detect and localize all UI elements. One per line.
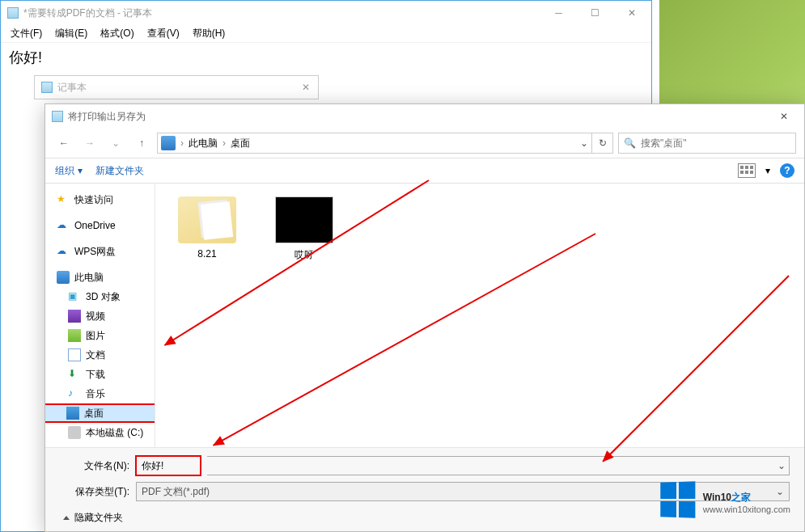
notepad-icon (41, 82, 53, 93)
minimize-button[interactable]: ─ (540, 2, 577, 25)
tree-music[interactable]: ♪音乐 (45, 384, 155, 403)
chevron-down-icon[interactable]: ▾ (765, 165, 770, 176)
filename-input[interactable]: 你好! (136, 456, 201, 475)
filename-dropdown[interactable]: ⌄ (207, 456, 790, 475)
filetype-label: 保存类型(T): (60, 485, 129, 499)
forward-button[interactable]: → (79, 133, 100, 154)
saveas-toolbar: 组织 ▾ 新建文件夹 ▾ ? (45, 158, 804, 184)
tree-documents[interactable]: 文档 (45, 345, 155, 365)
notepad-text-content[interactable]: 你好! (1, 43, 651, 72)
watermark-url: www.win10xitong.com (703, 505, 790, 514)
breadcrumb-root[interactable]: 此电脑 (189, 137, 218, 150)
tree-3dobjects[interactable]: ▣3D 对象 (45, 287, 155, 306)
cube-icon: ▣ (68, 290, 81, 303)
watermark: Win10之家 www.win10xitong.com (659, 482, 790, 517)
newfolder-button[interactable]: 新建文件夹 (95, 164, 144, 178)
tree-quick-access[interactable]: ★快速访问 (45, 190, 155, 209)
mini-dialog-title: 记事本 (57, 81, 297, 95)
newfolder-label: 新建文件夹 (95, 164, 144, 178)
tree-label: 文档 (86, 348, 105, 362)
maximize-button[interactable]: ☐ (577, 2, 613, 25)
chevron-right-icon: › (179, 137, 185, 149)
star-icon: ★ (57, 193, 70, 206)
filename-label: 文件名(N): (60, 459, 129, 473)
tree-thispc[interactable]: 此电脑 (45, 268, 155, 287)
document-icon (68, 348, 81, 361)
tree-label: 图片 (86, 329, 105, 343)
chevron-down-icon: ▾ (78, 165, 83, 176)
filename-value: 你好! (142, 459, 163, 473)
pc-icon (57, 271, 70, 284)
refresh-button[interactable]: ↻ (592, 133, 613, 154)
mini-dialog: 记事本 ✕ (34, 75, 319, 99)
chevron-down-icon[interactable]: ⌄ (580, 137, 588, 149)
organize-button[interactable]: 组织 ▾ (55, 164, 83, 178)
close-icon[interactable]: ✕ (297, 78, 315, 96)
watermark-brand: Win10之家 (703, 485, 790, 505)
menu-file[interactable]: 文件(F) (4, 25, 49, 42)
menu-help[interactable]: 帮助(H) (186, 25, 232, 42)
disk-icon (68, 426, 81, 439)
notepad-title: *需要转成PDF的文档 - 记事本 (23, 6, 540, 20)
folder-icon (178, 196, 236, 243)
organize-label: 组织 (55, 164, 74, 178)
video-icon (68, 310, 81, 323)
hide-folders-label: 隐藏文件夹 (74, 511, 123, 525)
cloud-icon: ☁ (57, 219, 70, 232)
tree-label: 此电脑 (74, 271, 104, 285)
notepad-menubar: 文件(F) 编辑(E) 格式(O) 查看(V) 帮助(H) (1, 25, 651, 43)
back-button[interactable]: ← (53, 133, 74, 154)
up-button[interactable]: ↑ (131, 133, 152, 154)
recent-dropdown[interactable]: ⌄ (105, 133, 126, 154)
image-icon (68, 329, 81, 342)
nav-row: ← → ⌄ ↑ › 此电脑 › 桌面 ⌄ ↻ 🔍 (45, 129, 804, 158)
close-button[interactable]: ✕ (613, 2, 650, 25)
file-item-pdf[interactable]: 哎呀 (265, 196, 343, 262)
close-button[interactable]: ✕ (769, 107, 799, 126)
tree-videos[interactable]: 视频 (45, 306, 155, 326)
tree-label: 下载 (86, 368, 105, 382)
tree-pictures[interactable]: 图片 (45, 326, 155, 345)
search-box[interactable]: 🔍 (618, 133, 796, 154)
file-item-folder[interactable]: 8.21 (168, 196, 246, 260)
tree-label: 视频 (86, 310, 105, 323)
tree-localdisk[interactable]: 本地磁盘 (C:) (45, 423, 155, 442)
saveas-body: ★快速访问 ☁OneDrive ☁WPS网盘 此电脑 ▣3D 对象 视频 图片 … (45, 184, 804, 447)
nav-tree: ★快速访问 ☁OneDrive ☁WPS网盘 此电脑 ▣3D 对象 视频 图片 … (45, 184, 155, 447)
tree-label: 本地磁盘 (C:) (86, 426, 143, 440)
filename-row: 文件名(N): 你好! ⌄ (60, 456, 790, 475)
file-label: 8.21 (197, 248, 216, 260)
menu-view[interactable]: 查看(V) (141, 25, 186, 42)
pc-icon (161, 136, 176, 150)
tree-label: 3D 对象 (86, 290, 121, 304)
tree-onedrive[interactable]: ☁OneDrive (45, 216, 155, 235)
notepad-icon (52, 111, 63, 122)
tree-label: OneDrive (74, 220, 116, 231)
cloud-icon: ☁ (57, 245, 70, 258)
file-thumb (275, 196, 333, 243)
music-icon: ♪ (68, 387, 81, 400)
tree-desktop[interactable]: 桌面 (45, 403, 155, 423)
breadcrumb-current[interactable]: 桌面 (231, 137, 250, 150)
saveas-title: 将打印输出另存为 (68, 110, 769, 124)
menu-edit[interactable]: 编辑(E) (49, 25, 94, 42)
desktop-icon (66, 407, 79, 420)
menu-format[interactable]: 格式(O) (94, 25, 140, 42)
file-pane[interactable]: 8.21 哎呀 (155, 184, 804, 447)
tree-wps[interactable]: ☁WPS网盘 (45, 242, 155, 261)
filetype-value: PDF 文档(*.pdf) (142, 485, 210, 499)
search-icon: 🔍 (624, 137, 636, 149)
saveas-titlebar[interactable]: 将打印输出另存为 ✕ (45, 104, 804, 129)
breadcrumb[interactable]: › 此电脑 › 桌面 ⌄ (157, 133, 592, 154)
saveas-dialog: 将打印输出另存为 ✕ ← → ⌄ ↑ › 此电脑 › 桌面 ⌄ ↻ 🔍 组织 ▾… (44, 103, 805, 532)
chevron-up-icon (63, 516, 70, 520)
tree-downloads[interactable]: ⬇下载 (45, 365, 155, 384)
help-icon[interactable]: ? (780, 163, 794, 178)
search-input[interactable] (641, 137, 790, 149)
view-mode-button[interactable] (738, 163, 756, 178)
notepad-icon (7, 7, 19, 19)
tree-label: 音乐 (86, 387, 105, 401)
tree-label: 桌面 (84, 407, 104, 420)
notepad-titlebar[interactable]: *需要转成PDF的文档 - 记事本 ─ ☐ ✕ (1, 1, 651, 25)
chevron-down-icon: ⌄ (777, 460, 786, 471)
